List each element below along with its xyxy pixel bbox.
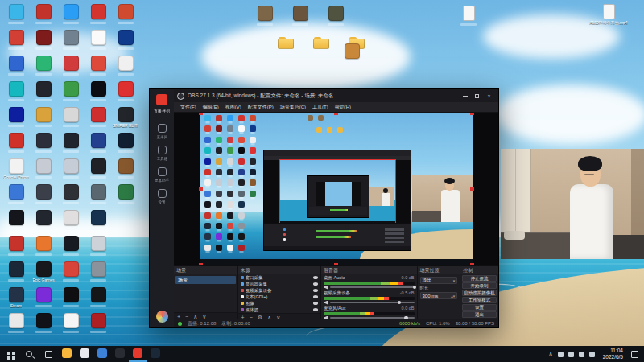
taskbar-app-icon[interactable]: [58, 346, 76, 362]
transition-select[interactable]: 淡出 ▾: [420, 277, 458, 284]
desktop-folder[interactable]: [308, 35, 335, 54]
task-view-button[interactable]: [39, 346, 58, 362]
companion-logo-icon[interactable]: [156, 94, 167, 105]
desktop-icon[interactable]: SNIPER ELITE 5: [112, 107, 139, 133]
desktop-file[interactable]: AMD链接分享的.mp4: [584, 4, 633, 25]
sidebar-item[interactable]: 弹幕助手: [154, 167, 170, 183]
desktop-icon[interactable]: [30, 236, 57, 261]
source-item[interactable]: 媒体源: [238, 306, 320, 313]
desktop-icon[interactable]: [2, 210, 30, 236]
source-item[interactable]: 视频采集设备: [238, 287, 320, 294]
desktop-icon[interactable]: [2, 236, 30, 261]
menu-item[interactable]: 编辑(E): [200, 104, 222, 111]
desktop-icon[interactable]: [30, 4, 57, 30]
selection-handle[interactable]: [199, 113, 203, 115]
start-button[interactable]: [0, 346, 19, 362]
desktop-icon[interactable]: [85, 261, 112, 287]
desktop-icon[interactable]: [57, 261, 85, 287]
desktop-icon[interactable]: [287, 6, 314, 26]
selection-handle[interactable]: [334, 113, 338, 115]
input-indicator-icon[interactable]: [589, 352, 595, 357]
desktop-icon[interactable]: [57, 287, 85, 313]
desktop-icon[interactable]: [2, 81, 30, 107]
sidebar-item[interactable]: 工具箱: [154, 146, 170, 161]
menu-item[interactable]: 工具(T): [309, 104, 332, 111]
desktop-icon[interactable]: [57, 81, 85, 107]
desktop-icon[interactable]: [85, 81, 112, 107]
desktop-icon[interactable]: Epic Games: [30, 261, 57, 287]
desktop-icon[interactable]: [112, 30, 139, 56]
desktop-icon[interactable]: [57, 56, 85, 81]
desktop-icon[interactable]: [57, 30, 85, 56]
selection-handle[interactable]: [470, 187, 474, 191]
obs-titlebar[interactable]: OBS 27.1.3 (64-bit, windows) - 配置文件: 未命名…: [174, 89, 498, 102]
desktop-icon[interactable]: [30, 158, 57, 184]
control-button[interactable]: 停止推流: [462, 275, 497, 282]
source-item[interactable]: 窗口采集: [238, 274, 320, 281]
desktop-icon[interactable]: [112, 81, 139, 107]
desktop-icon[interactable]: [57, 158, 85, 184]
close-button[interactable]: ×: [483, 91, 495, 101]
desktop-file[interactable]: [455, 6, 482, 26]
slider-knob[interactable]: [413, 286, 417, 290]
sidebar-item[interactable]: 设置: [154, 189, 170, 204]
desktop-icon[interactable]: [112, 4, 139, 30]
control-button[interactable]: 退出: [462, 311, 497, 318]
control-button[interactable]: 工作室模式: [462, 297, 497, 303]
slider-knob[interactable]: [398, 301, 402, 305]
menu-item[interactable]: 帮助(H): [332, 104, 354, 111]
desktop-icon[interactable]: [85, 4, 112, 30]
desktop-icon[interactable]: Google Chrome: [2, 158, 30, 184]
desktop-icon[interactable]: [30, 81, 57, 107]
taskbar-app-icon[interactable]: [76, 346, 93, 362]
desktop-icon[interactable]: [112, 56, 139, 81]
desktop-icon[interactable]: [85, 107, 112, 133]
desktop-icon[interactable]: [2, 56, 30, 81]
desktop-folder[interactable]: [272, 35, 299, 54]
slider-track[interactable]: [330, 286, 414, 288]
desktop-icon[interactable]: [85, 184, 112, 210]
desktop-icon[interactable]: [57, 184, 85, 210]
tray-app-icon[interactable]: [558, 352, 564, 357]
taskbar-app-icon[interactable]: [93, 346, 111, 362]
source-item[interactable]: 显示器采集: [238, 281, 320, 287]
desktop-icon[interactable]: [112, 184, 139, 210]
desktop-icon[interactable]: [30, 287, 57, 313]
desktop-icon[interactable]: [85, 133, 112, 158]
action-center-icon[interactable]: [631, 351, 638, 358]
obs-preview-canvas[interactable]: [174, 113, 498, 265]
control-button[interactable]: 启动虚拟摄像机: [462, 290, 497, 296]
desktop-icon[interactable]: [112, 158, 139, 184]
sidebar-item[interactable]: 直播间: [154, 124, 170, 139]
desktop-icon[interactable]: [57, 107, 85, 133]
maximize-button[interactable]: [471, 91, 483, 101]
desktop-icon[interactable]: [57, 133, 85, 158]
desktop-icon[interactable]: [30, 107, 57, 133]
control-button[interactable]: 开始录制: [462, 282, 497, 289]
slider-track[interactable]: [330, 302, 414, 303]
menu-item[interactable]: 配置文件(P): [245, 104, 277, 111]
desktop-icon[interactable]: [2, 107, 30, 133]
desktop-icon[interactable]: [2, 184, 30, 210]
speaker-icon[interactable]: [324, 286, 328, 290]
source-item[interactable]: 图像: [238, 300, 320, 306]
menu-item[interactable]: 视图(V): [222, 104, 245, 111]
desktop-icon[interactable]: [322, 6, 349, 26]
desktop-icon[interactable]: [85, 210, 112, 236]
taskbar-app-icon[interactable]: [111, 346, 129, 362]
volume-slider[interactable]: [324, 285, 414, 290]
desktop-icon[interactable]: [2, 30, 30, 56]
desktop-icon[interactable]: [338, 43, 365, 64]
menu-item[interactable]: 文件(F): [177, 104, 200, 111]
desktop-icon[interactable]: [85, 30, 112, 56]
desktop-icon[interactable]: [112, 133, 139, 158]
desktop-icon[interactable]: [2, 133, 30, 158]
source-item[interactable]: 文本(GDI+): [238, 294, 320, 300]
visibility-eye-icon[interactable]: [313, 289, 318, 292]
desktop-icon[interactable]: [2, 4, 30, 30]
avatar[interactable]: [156, 311, 168, 323]
desktop-icon[interactable]: [85, 236, 112, 261]
desktop-icon[interactable]: [85, 158, 112, 184]
desktop-icon[interactable]: Steam: [2, 287, 30, 313]
desktop-icon[interactable]: [85, 56, 112, 81]
